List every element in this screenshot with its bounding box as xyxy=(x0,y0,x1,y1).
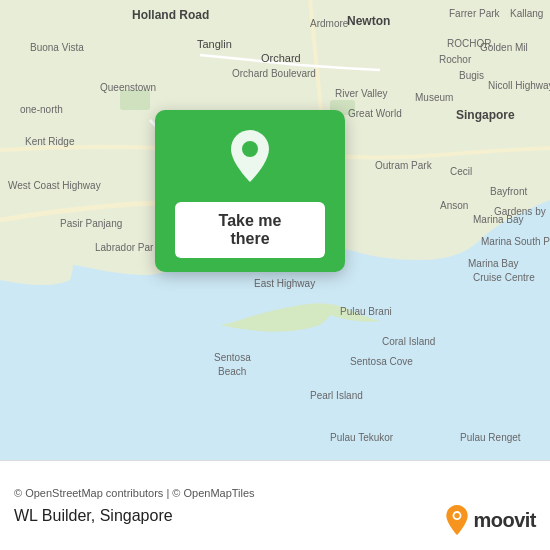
map-container: Holland RoadNewtonTanglinOrchardArdmoreF… xyxy=(0,0,550,460)
take-me-there-button[interactable]: Take me there xyxy=(175,202,325,258)
moovit-text: moovit xyxy=(473,509,536,532)
location-card: Take me there xyxy=(155,110,345,272)
svg-rect-1 xyxy=(120,90,150,110)
map-attribution: © OpenStreetMap contributors | © OpenMap… xyxy=(14,487,536,499)
svg-point-3 xyxy=(242,141,258,157)
pin-icon xyxy=(226,128,274,188)
svg-point-5 xyxy=(455,513,460,518)
bottom-bar: © OpenStreetMap contributors | © OpenMap… xyxy=(0,460,550,550)
moovit-logo: moovit xyxy=(443,504,536,536)
moovit-pin-icon xyxy=(443,504,471,536)
